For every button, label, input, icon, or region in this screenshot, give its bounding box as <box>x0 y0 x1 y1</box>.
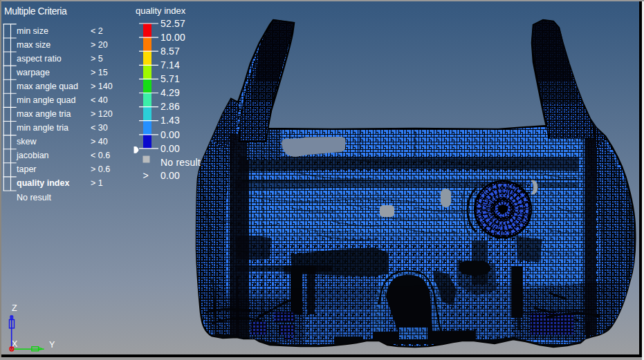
svg-text:min angle quad: min angle quad <box>17 95 76 105</box>
svg-text:< 0.6: < 0.6 <box>91 151 110 160</box>
svg-text:max angle quad: max angle quad <box>17 82 78 91</box>
svg-text:warpage: warpage <box>16 68 50 77</box>
svg-text:> 20: > 20 <box>91 40 108 50</box>
svg-text:2.86: 2.86 <box>160 101 180 112</box>
svg-text:jacobian: jacobian <box>16 151 49 160</box>
svg-text:> 140: > 140 <box>91 82 113 91</box>
svg-text:< 2: < 2 <box>91 26 103 36</box>
svg-text:max angle tria: max angle tria <box>17 109 71 119</box>
svg-text:7.14: 7.14 <box>160 59 180 70</box>
svg-text:aspect ratio: aspect ratio <box>17 54 62 64</box>
svg-text:skew: skew <box>17 137 37 146</box>
svg-text:max size: max size <box>17 40 50 50</box>
svg-text:52.57: 52.57 <box>160 18 185 29</box>
svg-text:10.00: 10.00 <box>160 32 185 43</box>
svg-text:5.71: 5.71 <box>160 73 180 84</box>
svg-text:0.00: 0.00 <box>160 129 180 140</box>
svg-text:0.00: 0.00 <box>160 170 180 181</box>
svg-text:> 5: > 5 <box>91 54 103 64</box>
svg-text:quality index: quality index <box>17 178 69 188</box>
svg-text:>: > <box>143 170 149 181</box>
svg-text:> 1: > 1 <box>91 178 103 188</box>
svg-text:> 120: > 120 <box>91 109 113 119</box>
svg-text:< 30: < 30 <box>91 123 108 133</box>
svg-text:Y: Y <box>49 340 55 350</box>
svg-text:< 40: < 40 <box>91 95 108 105</box>
svg-text:> 15: > 15 <box>91 68 108 77</box>
svg-text:8.57: 8.57 <box>160 46 180 57</box>
svg-text:> 40: > 40 <box>91 137 108 146</box>
svg-text:No result: No result <box>17 193 52 202</box>
svg-text:min size: min size <box>17 26 48 36</box>
svg-text:taper: taper <box>17 164 37 174</box>
svg-text:No result: No result <box>160 157 201 168</box>
svg-text:> 0.6: > 0.6 <box>91 164 110 174</box>
svg-text:Z: Z <box>12 303 17 313</box>
svg-text:quality index: quality index <box>136 6 186 16</box>
svg-text:Multiple Criteria: Multiple Criteria <box>4 6 67 17</box>
svg-text:0.00: 0.00 <box>160 143 180 154</box>
svg-text:1.43: 1.43 <box>160 115 180 126</box>
svg-text:min angle tria: min angle tria <box>17 123 68 133</box>
svg-text:4.29: 4.29 <box>160 87 180 98</box>
